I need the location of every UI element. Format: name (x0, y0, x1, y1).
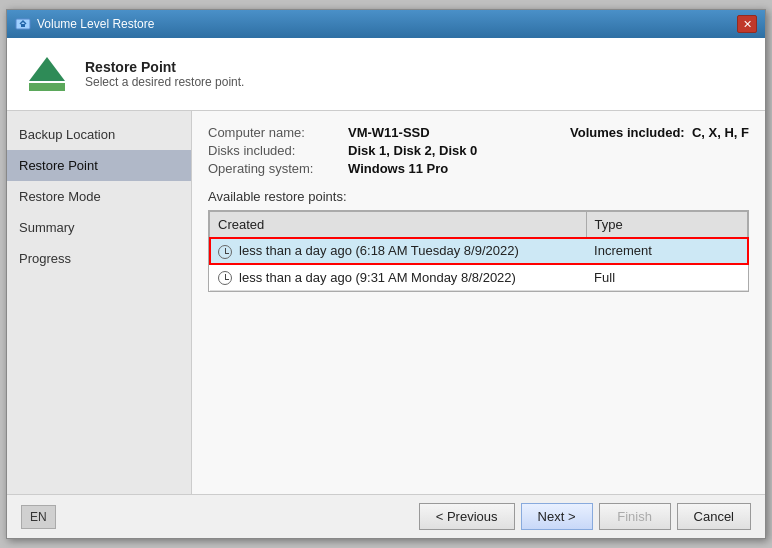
left-info: Computer name: VM-W11-SSD Disks included… (208, 125, 477, 179)
sidebar-item-restore-mode[interactable]: Restore Mode (7, 181, 191, 212)
sidebar-item-progress[interactable]: Progress (7, 243, 191, 274)
table-header-type: Type (586, 212, 747, 238)
top-info: Computer name: VM-W11-SSD Disks included… (208, 125, 749, 179)
disks-row: Disks included: Disk 1, Disk 2, Disk 0 (208, 143, 477, 158)
sidebar: Backup Location Restore Point Restore Mo… (7, 111, 192, 494)
close-button[interactable]: ✕ (737, 15, 757, 33)
computer-name-value: VM-W11-SSD (348, 125, 430, 140)
footer-buttons: < Previous Next > Finish Cancel (419, 503, 751, 530)
svg-rect-1 (21, 24, 25, 27)
clock-icon (218, 271, 232, 285)
table-row[interactable]: less than a day ago (9:31 AM Monday 8/8/… (210, 264, 748, 291)
volumes-right: Volumes included: C, X, H, F (570, 125, 749, 140)
locale-badge: EN (21, 505, 56, 529)
restore-table: Created Type less than a day ago (6:18 A… (209, 211, 748, 291)
title-bar: Volume Level Restore ✕ (7, 10, 765, 38)
main-content: Backup Location Restore Point Restore Mo… (7, 111, 765, 494)
next-button[interactable]: Next > (521, 503, 593, 530)
computer-name-row: Computer name: VM-W11-SSD (208, 125, 477, 140)
sidebar-item-restore-point[interactable]: Restore Point (7, 150, 191, 181)
table-wrapper: Created Type less than a day ago (6:18 A… (208, 210, 749, 292)
restore-point-created: less than a day ago (9:31 AM Monday 8/8/… (210, 264, 587, 291)
cancel-button[interactable]: Cancel (677, 503, 751, 530)
restore-icon (21, 48, 73, 100)
content-area: Computer name: VM-W11-SSD Disks included… (192, 111, 765, 494)
restore-point-type: Increment (586, 238, 747, 265)
volumes-label: Volumes included: (570, 125, 685, 140)
main-window: Volume Level Restore ✕ Restore Point Sel… (6, 9, 766, 539)
os-row: Operating system: Windows 11 Pro (208, 161, 477, 176)
computer-name-label: Computer name: (208, 125, 348, 140)
header-text: Restore Point Select a desired restore p… (85, 59, 244, 89)
previous-button[interactable]: < Previous (419, 503, 515, 530)
sidebar-item-summary[interactable]: Summary (7, 212, 191, 243)
table-header-created: Created (210, 212, 587, 238)
volumes-value: C, X, H, F (692, 125, 749, 140)
clock-icon (218, 245, 232, 259)
disks-label: Disks included: (208, 143, 348, 158)
finish-button[interactable]: Finish (599, 503, 671, 530)
restore-point-created: less than a day ago (6:18 AM Tuesday 8/9… (210, 238, 587, 265)
available-label: Available restore points: (208, 189, 749, 204)
footer: EN < Previous Next > Finish Cancel (7, 494, 765, 538)
restore-point-type: Full (586, 264, 747, 291)
table-row[interactable]: less than a day ago (6:18 AM Tuesday 8/9… (210, 238, 748, 265)
title-bar-title: Volume Level Restore (37, 17, 737, 31)
os-label: Operating system: (208, 161, 348, 176)
sidebar-item-backup-location[interactable]: Backup Location (7, 119, 191, 150)
disks-value: Disk 1, Disk 2, Disk 0 (348, 143, 477, 158)
header-area: Restore Point Select a desired restore p… (7, 38, 765, 111)
icon-bar (29, 83, 65, 91)
step-title: Restore Point (85, 59, 244, 75)
arrow-up-icon (29, 57, 65, 81)
step-subtitle: Select a desired restore point. (85, 75, 244, 89)
title-bar-icon (15, 16, 31, 32)
os-value: Windows 11 Pro (348, 161, 448, 176)
